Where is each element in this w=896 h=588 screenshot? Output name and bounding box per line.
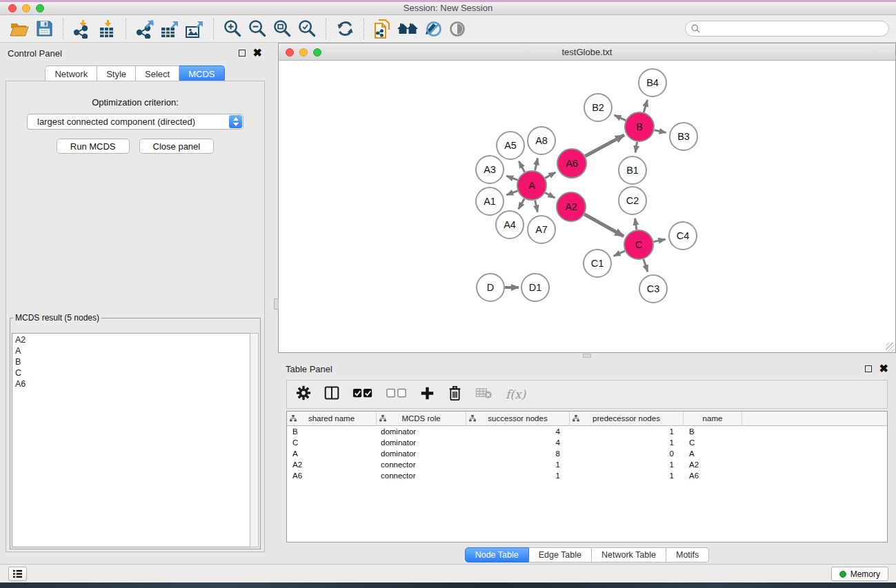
export-image-icon[interactable]	[182, 17, 207, 41]
list-item[interactable]: A	[12, 345, 250, 356]
table-cell: B	[287, 427, 377, 436]
table-cell: C	[684, 438, 742, 447]
table-panel: Table Panel ✖	[278, 358, 896, 564]
table-cell: C	[287, 438, 377, 447]
zoom-in-icon[interactable]	[220, 17, 245, 41]
export-network-icon[interactable]	[132, 17, 157, 41]
run-mcds-button[interactable]: Run MCDS	[57, 139, 130, 154]
table-row[interactable]: Bdominator41B	[287, 426, 887, 437]
graph-edge[interactable]	[615, 115, 626, 121]
graph-edge[interactable]	[584, 214, 624, 236]
criterion-select[interactable]: largest connected component (directed)	[27, 114, 243, 130]
deselect-all-icon[interactable]	[386, 388, 407, 401]
zoom-fit-icon[interactable]	[270, 17, 295, 41]
network-window-titlebar[interactable]: testGlobe.txt	[279, 43, 895, 61]
network-window-controls[interactable]	[286, 48, 321, 57]
hide-labels-icon[interactable]	[420, 17, 445, 41]
node-table: shared nameMCDS rolesuccessor nodesprede…	[286, 411, 888, 543]
network-window-title: testGlobe.txt	[562, 47, 613, 57]
graph-edge[interactable]	[545, 193, 555, 199]
graph-edge[interactable]	[535, 201, 538, 212]
column-header[interactable]: MCDS role	[377, 412, 466, 425]
clone-network-icon[interactable]	[370, 17, 395, 41]
memory-button[interactable]: Memory	[831, 567, 888, 581]
graph-node-label: B3	[677, 131, 690, 142]
graph-edge[interactable]	[614, 251, 625, 256]
float-panel-icon[interactable]	[239, 50, 246, 57]
column-header[interactable]: predecessor nodes	[570, 412, 684, 425]
horizontal-splitter[interactable]	[278, 353, 896, 358]
column-header[interactable]: successor nodes	[466, 412, 570, 425]
column-header[interactable]: name	[684, 412, 742, 425]
tab-edge-table[interactable]: Edge Table	[529, 547, 592, 562]
list-item[interactable]: A6	[12, 378, 250, 389]
refresh-layout-icon[interactable]	[332, 17, 357, 41]
column-settings-gear-icon[interactable]	[296, 385, 311, 403]
tab-network-table[interactable]: Network Table	[592, 547, 666, 562]
tab-motifs[interactable]: Motifs	[666, 547, 709, 562]
graph-edge[interactable]	[644, 259, 648, 272]
zoom-network-icon[interactable]	[313, 48, 321, 57]
toolbar-separator	[63, 19, 63, 39]
import-network-icon[interactable]	[70, 17, 94, 41]
graph-node-label: A3	[484, 164, 496, 175]
result-scrollbar[interactable]	[250, 333, 259, 547]
first-neighbors-icon[interactable]	[395, 17, 420, 41]
graph-edge[interactable]	[655, 130, 666, 133]
graph-edge[interactable]	[506, 191, 517, 195]
graph-edge[interactable]	[519, 161, 524, 172]
graph-edge[interactable]	[644, 100, 647, 112]
search-icon	[691, 24, 700, 33]
import-table-icon[interactable]	[94, 17, 119, 41]
graph-edge[interactable]	[654, 239, 666, 241]
graph-node-label: B4	[646, 77, 659, 88]
vertical-splitter-handle[interactable]	[274, 298, 279, 310]
close-network-icon[interactable]	[286, 48, 294, 57]
zoom-selected-icon[interactable]	[295, 17, 319, 41]
select-all-icon[interactable]	[352, 388, 373, 401]
table-cell: dominator	[377, 438, 466, 447]
graph-edge[interactable]	[519, 199, 525, 209]
close-panel-icon[interactable]: ✖	[253, 50, 262, 57]
table-row[interactable]: Cdominator41C	[287, 437, 887, 448]
graph-edge[interactable]	[585, 135, 624, 156]
list-item[interactable]: A2	[12, 334, 250, 345]
export-table-icon[interactable]	[157, 17, 182, 41]
float-table-panel-icon[interactable]	[865, 365, 872, 372]
graph-edge[interactable]	[535, 158, 538, 170]
search-field[interactable]	[685, 21, 889, 37]
graph-edge[interactable]	[506, 176, 517, 180]
close-panel-button[interactable]: Close panel	[139, 139, 215, 154]
delete-column-trash-icon[interactable]	[448, 385, 462, 404]
minimize-network-icon[interactable]	[299, 48, 308, 57]
show-graphics-details-icon[interactable]	[445, 17, 470, 41]
table-cell: 1	[570, 472, 684, 480]
node-table-header[interactable]: shared nameMCDS rolesuccessor nodesprede…	[287, 412, 887, 426]
column-header[interactable]: shared name	[287, 412, 377, 425]
list-item[interactable]: C	[12, 367, 250, 378]
search-input[interactable]	[704, 24, 883, 34]
table-row[interactable]: Adominator80A	[287, 448, 887, 459]
create-column-plus-icon[interactable]	[420, 386, 435, 403]
tab-node-table[interactable]: Node Table	[465, 547, 529, 562]
graph-node-label: D1	[529, 282, 542, 293]
list-item[interactable]: B	[12, 356, 250, 367]
task-history-button[interactable]	[8, 567, 27, 581]
graph-edge[interactable]	[635, 219, 637, 230]
open-session-icon[interactable]	[7, 17, 32, 41]
graph-node-label: A	[528, 180, 535, 191]
resize-grip-icon[interactable]	[886, 343, 895, 352]
close-table-panel-icon[interactable]: ✖	[879, 365, 888, 372]
table-row[interactable]: A2connector11A2	[287, 459, 887, 470]
node-table-body: Bdominator41BCdominator41CAdominator80AA…	[287, 426, 887, 481]
show-columns-icon[interactable]	[324, 385, 339, 403]
zoom-out-icon[interactable]	[245, 17, 270, 41]
graph-edge[interactable]	[635, 142, 637, 153]
save-session-icon[interactable]	[32, 17, 57, 41]
graph-edge[interactable]	[545, 172, 555, 178]
table-cell: 1	[570, 460, 684, 469]
table-row[interactable]: A6connector11A6	[287, 470, 887, 481]
network-canvas[interactable]: AA1A2A3A4A5A6A7A8BB1B2B3B4CC1C2C3C4DD1	[279, 61, 895, 352]
table-cell: connector	[377, 472, 466, 480]
graph-node-label: C	[635, 239, 642, 250]
